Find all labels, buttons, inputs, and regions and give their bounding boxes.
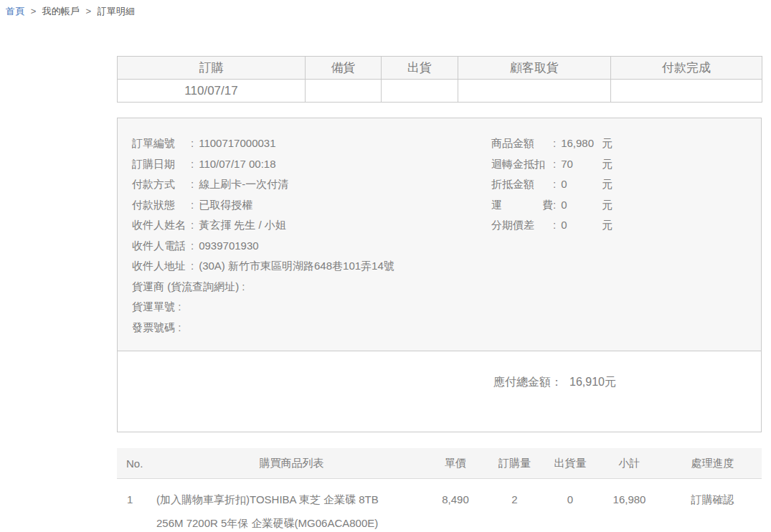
info-colon: : xyxy=(242,280,245,293)
header-cell-subtotal: 小計 xyxy=(595,457,663,470)
breadcrumb-item-order-detail: 訂單明細 xyxy=(98,6,135,16)
info-colon: : xyxy=(191,199,194,211)
order-date-row: 訂購日期:110/07/17 00:18 xyxy=(132,154,491,175)
recipient-phone-row: 收件人電話:0939701930 xyxy=(132,236,491,257)
order-detail-page: 訂購 備貨 出貨 顧客取貨 付款完成 110/07/17 訂單編號:110071… xyxy=(117,56,762,532)
order-status-table: 訂購 備貨 出貨 顧客取貨 付款完成 110/07/17 xyxy=(117,56,762,103)
amount-colon: : xyxy=(553,178,556,190)
item-qty-ordered: 2 xyxy=(484,488,545,511)
item-name-line1: (加入購物車享折扣)TOSHIBA 東芝 企業碟 8TB xyxy=(156,488,427,511)
amount-colon: : xyxy=(553,219,556,231)
header-cell-no: No. xyxy=(117,457,156,470)
info-label: 收件人姓名 xyxy=(132,215,191,236)
breadcrumb-link-home[interactable]: 首頁 xyxy=(6,6,24,16)
order-info-section: 訂單編號:1100717000031 訂購日期:110/07/17 00:18 … xyxy=(118,118,761,351)
total-amount-label: 應付總金額： xyxy=(493,376,562,388)
merchandise-amount-row: 商品金額:16,980元 xyxy=(491,133,747,154)
item-unit-price: 8,490 xyxy=(427,488,484,511)
amount-label: 運 費 xyxy=(491,195,553,216)
payment-status-row: 付款狀態:已取得授權 xyxy=(132,195,491,216)
header-cell-processing-status: 處理進度 xyxy=(663,457,762,470)
info-colon: : xyxy=(191,239,194,252)
info-label: 付款方式 xyxy=(132,174,191,195)
info-label: 收件人電話 xyxy=(132,236,191,257)
recipient-address-row: 收件人地址:(30A) 新竹市東區明湖路648巷101弄14號 xyxy=(132,256,491,277)
item-row: 1 (加入購物車享折扣)TOSHIBA 東芝 企業碟 8TB 256M 7200… xyxy=(117,479,762,532)
status-value-preparing xyxy=(306,80,382,103)
installment-difference-row: 分期價差:0元 xyxy=(491,215,747,236)
payment-method-row: 付款方式:線上刷卡-一次付清 xyxy=(132,174,491,195)
header-cell-qty-ordered: 訂購量 xyxy=(484,457,545,470)
header-cell-product-list: 購買商品列表 xyxy=(156,457,427,470)
header-cell-unit-price: 單價 xyxy=(427,457,484,470)
info-label: 付款狀態 xyxy=(132,195,191,216)
order-info-panel: 訂單編號:1100717000031 訂購日期:110/07/17 00:18 … xyxy=(117,118,762,432)
currency-unit: 元 xyxy=(602,137,612,149)
status-value-shipped xyxy=(382,80,458,103)
payment-method-value: 線上刷卡-一次付清 xyxy=(199,178,288,190)
currency-unit: 元 xyxy=(602,178,612,190)
info-colon: : xyxy=(178,321,181,333)
item-name: (加入購物車享折扣)TOSHIBA 東芝 企業碟 8TB 256M 7200R … xyxy=(156,488,427,532)
rebate-deduction-row: 迴轉金抵扣:70元 xyxy=(491,154,747,175)
status-value-customer-pickup xyxy=(458,80,611,103)
total-amount-section: 應付總金額：16,910元 xyxy=(118,351,761,432)
order-info-left-column: 訂單編號:1100717000031 訂購日期:110/07/17 00:18 … xyxy=(132,133,491,338)
shipping-fee-row: 運 費:0元 xyxy=(491,195,747,216)
item-subtotal: 16,980 xyxy=(595,488,663,511)
info-label: 訂購日期 xyxy=(132,154,191,175)
amount-colon: : xyxy=(553,199,556,211)
header-cell-qty-shipped: 出貨量 xyxy=(545,457,595,470)
order-number-row: 訂單編號:1100717000031 xyxy=(132,133,491,154)
total-amount-value: 16,910元 xyxy=(569,376,616,388)
info-label: 貨運單號 xyxy=(132,300,175,313)
recipient-name-value: 黃玄揮 先生 / 小姐 xyxy=(199,219,286,231)
info-colon: : xyxy=(178,300,181,313)
items-table-header: No. 購買商品列表 單價 訂購量 出貨量 小計 處理進度 xyxy=(117,448,762,479)
amount-label: 折抵金額 xyxy=(491,174,553,195)
status-header-preparing: 備貨 xyxy=(306,57,382,80)
recipient-phone-value: 0939701930 xyxy=(199,239,258,252)
status-value-order-date: 110/07/17 xyxy=(118,80,306,103)
status-value-payment-complete xyxy=(611,80,762,103)
info-colon: : xyxy=(191,158,194,170)
item-no: 1 xyxy=(117,488,156,511)
carrier-row: 貨運商 (貨流查詢網址) : xyxy=(132,277,491,298)
info-label: 貨運商 (貨流查詢網址) xyxy=(132,280,239,293)
order-number-value: 1100717000031 xyxy=(199,137,275,149)
status-header-customer-pickup: 顧客取貨 xyxy=(458,57,611,80)
status-header-ordered: 訂購 xyxy=(118,57,306,80)
currency-unit: 元 xyxy=(602,219,612,231)
installment-difference-value: 0 xyxy=(561,215,602,236)
order-amounts-column: 商品金額:16,980元 迴轉金抵扣:70元 折抵金額:0元 運 費:0元 分期… xyxy=(491,133,747,338)
order-date-value: 110/07/17 00:18 xyxy=(199,158,275,170)
merchandise-amount-value: 16,980 xyxy=(561,133,602,154)
tracking-number-row: 貨運單號 : xyxy=(132,297,491,318)
recipient-name-row: 收件人姓名:黃玄揮 先生 / 小姐 xyxy=(132,215,491,236)
breadcrumb-item-my-account[interactable]: 我的帳戶 xyxy=(42,6,80,16)
payment-status-value: 已取得授權 xyxy=(199,199,252,211)
discount-amount-row: 折抵金額:0元 xyxy=(491,174,747,195)
rebate-deduction-value: 70 xyxy=(561,154,602,175)
item-qty-shipped: 0 xyxy=(545,488,595,511)
currency-unit: 元 xyxy=(602,199,612,211)
amount-label: 迴轉金抵扣 xyxy=(491,154,553,175)
item-name-line2: 256M 7200R 5年保 企業硬碟(MG06ACA800E) xyxy=(156,511,427,532)
info-label: 訂單編號 xyxy=(132,133,191,154)
info-colon: : xyxy=(191,219,194,231)
amount-colon: : xyxy=(553,158,556,170)
status-header-payment-complete: 付款完成 xyxy=(611,57,762,80)
info-label: 發票號碼 xyxy=(132,321,175,333)
status-header-shipped: 出貨 xyxy=(382,57,458,80)
amount-label: 商品金額 xyxy=(491,133,553,154)
breadcrumb: 首頁 > 我的帳戶 > 訂單明細 xyxy=(6,5,135,18)
info-label: 收件人地址 xyxy=(132,256,191,277)
currency-unit: 元 xyxy=(602,158,612,170)
items-table: No. 購買商品列表 單價 訂購量 出貨量 小計 處理進度 1 (加入購物車享折… xyxy=(117,448,762,532)
item-processing-status: 訂購確認 xyxy=(663,488,762,511)
amount-label: 分期價差 xyxy=(491,215,553,236)
info-colon: : xyxy=(191,260,194,272)
recipient-address-value: (30A) 新竹市東區明湖路648巷101弄14號 xyxy=(199,260,394,272)
discount-amount-value: 0 xyxy=(561,174,602,195)
breadcrumb-separator: > xyxy=(31,6,37,16)
